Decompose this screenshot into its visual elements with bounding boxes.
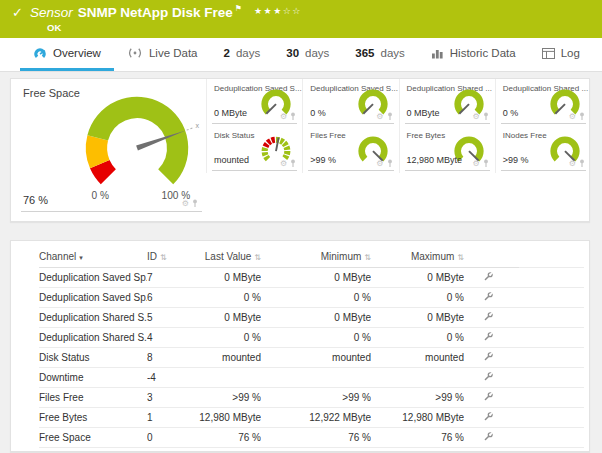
tab-unit: days xyxy=(305,47,329,59)
pin-icon[interactable] xyxy=(290,112,296,121)
svg-text:0 %: 0 % xyxy=(91,190,108,201)
gauge-panel-deduplication-shared[interactable]: Deduplication Shared ...0 %⚙ xyxy=(495,79,590,126)
gauge-panel-files-free[interactable]: Files Free>99 %⚙ xyxy=(302,126,398,173)
pin-icon[interactable] xyxy=(483,112,489,121)
tab-number: 365 xyxy=(355,47,374,59)
last-value-cell: >99 % xyxy=(195,388,261,408)
gauge-panel-inodes-free[interactable]: INodes Free>99 %⚙ xyxy=(495,126,590,173)
tab-settings[interactable]: ⚙Settings xyxy=(593,38,602,71)
maximum-cell: 0 % xyxy=(371,288,464,308)
col-maximum[interactable]: Maximum⇅ xyxy=(371,245,464,268)
pin-icon[interactable] xyxy=(387,112,393,121)
wrench-icon[interactable] xyxy=(484,312,493,321)
divider xyxy=(212,123,297,124)
wrench-icon[interactable] xyxy=(484,432,493,441)
gear-icon[interactable]: ⚙ xyxy=(182,200,189,208)
gear-icon[interactable]: ⚙ xyxy=(376,113,383,121)
id-cell: -4 xyxy=(147,368,195,388)
pin-icon[interactable] xyxy=(483,159,489,168)
table-row: Deduplication Shared S...40 %0 %0 % xyxy=(39,328,584,348)
tab-30-days[interactable]: 30days xyxy=(273,38,342,71)
tab-365-days[interactable]: 365days xyxy=(342,38,417,71)
gauge-tools: ⚙ xyxy=(473,159,489,168)
col-id[interactable]: ID⇅ xyxy=(147,245,195,268)
sort-icon: ⇅ xyxy=(457,253,464,262)
pin-icon[interactable] xyxy=(387,159,393,168)
minimum-cell: 0 % xyxy=(261,288,371,308)
gear-icon[interactable]: ⚙ xyxy=(569,113,576,121)
wrench-icon[interactable] xyxy=(484,392,493,401)
status-badge: OK xyxy=(47,22,61,33)
tab-log[interactable]: Log xyxy=(529,38,593,71)
tab-number: 2 xyxy=(224,47,230,59)
col-label: Maximum xyxy=(411,251,454,262)
tab-label: Live Data xyxy=(149,47,198,59)
wrench-icon[interactable] xyxy=(484,412,493,421)
priority-stars[interactable]: ★★★☆☆ xyxy=(254,6,302,16)
id-cell: 6 xyxy=(147,288,195,308)
sensor-header: ✓ SensorSNMP NetApp Disk Free⚑★★★☆☆ OK xyxy=(0,0,602,38)
gauge-value: >99 % xyxy=(310,155,336,165)
tab-historic-data[interactable]: Historic Data xyxy=(418,38,529,71)
pin-icon[interactable] xyxy=(290,159,296,168)
sort-icon: ⇅ xyxy=(160,253,167,262)
tab-overview[interactable]: Overview xyxy=(20,38,114,71)
table-row: INodes Free2>99 %>99 %>99 % xyxy=(39,448,584,453)
prtg-sensor-page: { "colors": { "header_green": "#b1c30e",… xyxy=(0,0,602,453)
gear-icon[interactable]: ⚙ xyxy=(376,160,383,168)
divider xyxy=(405,123,490,124)
wrench-icon[interactable] xyxy=(484,332,493,341)
gear-icon[interactable]: ⚙ xyxy=(569,160,576,168)
tab-live-data[interactable]: Live Data xyxy=(114,38,211,71)
gear-icon[interactable]: ⚙ xyxy=(280,113,287,121)
table-row: Free Space076 %76 %76 % xyxy=(39,428,584,448)
gauge-tools: ⚙ xyxy=(182,199,198,208)
gauge-value: mounted xyxy=(214,155,249,165)
gauge-title: Files Free xyxy=(310,131,346,140)
channel-cell: Deduplication Saved Sp... xyxy=(39,288,147,308)
gear-icon[interactable]: ⚙ xyxy=(473,160,480,168)
tab-2-days[interactable]: 2days xyxy=(211,38,274,71)
check-icon: ✓ xyxy=(12,5,23,20)
channel-settings-cell xyxy=(464,268,519,288)
gauge-panel-deduplication-shared[interactable]: Deduplication Shared ...0 MByte⚙ xyxy=(399,79,495,126)
channel-settings-cell xyxy=(464,348,519,368)
divider xyxy=(212,170,297,171)
gear-icon[interactable]: ⚙ xyxy=(280,160,287,168)
tab-unit: days xyxy=(381,47,405,59)
pin-icon[interactable] xyxy=(579,112,585,121)
wrench-icon[interactable] xyxy=(484,372,493,381)
maximum-cell: mounted xyxy=(371,348,464,368)
pin-icon[interactable] xyxy=(192,199,198,208)
table-row: Free Bytes112,980 MByte12,922 MByte12,98… xyxy=(39,408,584,428)
channel-settings-cell xyxy=(464,308,519,328)
last-value-cell: >99 % xyxy=(195,448,261,453)
minimum-cell: 0 MByte xyxy=(261,308,371,328)
channel-settings-cell xyxy=(464,388,519,408)
id-cell: 1 xyxy=(147,408,195,428)
channel-settings-cell xyxy=(464,328,519,348)
channel-settings-cell xyxy=(464,448,519,453)
pin-icon[interactable] xyxy=(579,159,585,168)
sort-icon: ⇅ xyxy=(364,253,371,262)
col-channel[interactable]: Channel▾ xyxy=(39,245,147,268)
maximum-cell: 12,980 MByte xyxy=(371,408,464,428)
channel-settings-cell xyxy=(464,408,519,428)
gauge-panel-disk-status[interactable]: Disk Statusmounted⚙ xyxy=(206,126,302,173)
wrench-icon[interactable] xyxy=(484,272,493,281)
gauges-panel: Free Space x0 %100 % 76 % ⚙ Deduplicatio… xyxy=(10,78,590,222)
gauge-panel-free-space[interactable]: Free Space x0 %100 % 76 % ⚙ xyxy=(11,79,206,214)
id-cell: 4 xyxy=(147,328,195,348)
col-last-value[interactable]: Last Value⇅ xyxy=(195,245,261,268)
minimum-cell xyxy=(261,368,371,388)
gauge-panel-deduplication-saved-s[interactable]: Deduplication Saved S...0 MByte⚙ xyxy=(206,79,302,126)
col-minimum[interactable]: Minimum⇅ xyxy=(261,245,371,268)
gauge-panel-deduplication-saved-s[interactable]: Deduplication Saved S...0 %⚙ xyxy=(302,79,398,126)
gear-icon[interactable]: ⚙ xyxy=(473,113,480,121)
wrench-icon[interactable] xyxy=(484,352,493,361)
gauge-panel-free-bytes[interactable]: Free Bytes12,980 MByte⚙ xyxy=(399,126,495,173)
gauge-value: 12,980 MByte xyxy=(407,155,463,165)
wrench-icon[interactable] xyxy=(484,292,493,301)
col-actions[interactable] xyxy=(464,245,519,268)
last-value-cell xyxy=(195,368,261,388)
